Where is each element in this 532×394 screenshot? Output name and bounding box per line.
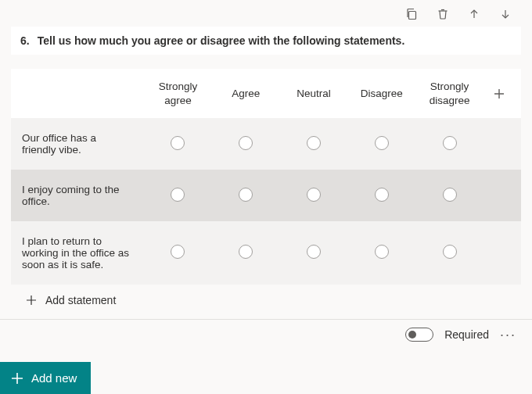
add-new-button[interactable]: Add new xyxy=(0,362,91,394)
move-up-button[interactable] xyxy=(466,6,482,22)
toggle-knob xyxy=(408,331,416,338)
copy-icon xyxy=(405,8,418,20)
col-header[interactable]: Strongly disagree xyxy=(415,80,483,107)
row-label[interactable]: I enjoy coming to the office. xyxy=(11,184,144,207)
likert-radio[interactable] xyxy=(171,188,185,202)
question-header[interactable]: 6. Tell us how much you agree or disagre… xyxy=(11,27,521,55)
question-toolbar xyxy=(0,0,532,22)
col-header[interactable]: Agree xyxy=(212,87,280,101)
likert-radio[interactable] xyxy=(375,136,389,150)
likert-radio[interactable] xyxy=(375,188,389,202)
question-text: Tell us how much you agree or disagree w… xyxy=(38,34,405,47)
add-statement-label: Add statement xyxy=(45,294,116,306)
question-number: 6. xyxy=(20,34,30,47)
likert-radio[interactable] xyxy=(239,188,253,202)
likert-radio[interactable] xyxy=(171,136,185,150)
add-new-label: Add new xyxy=(31,371,77,385)
likert-radio[interactable] xyxy=(239,245,253,259)
plus-icon xyxy=(493,88,505,100)
likert-radio[interactable] xyxy=(307,245,321,259)
row-label[interactable]: I plan to return to working in the offic… xyxy=(11,235,144,270)
col-header[interactable]: Disagree xyxy=(347,87,415,101)
add-column-button[interactable] xyxy=(483,88,515,100)
likert-radio[interactable] xyxy=(307,188,321,202)
grid-row: I plan to return to working in the offic… xyxy=(11,221,521,285)
required-label: Required xyxy=(444,328,489,341)
grid-header-row: Strongly agree Agree Neutral Disagree St… xyxy=(11,69,521,118)
grid-row: I enjoy coming to the office. xyxy=(11,170,521,221)
grid-row: Our office has a friendly vibe. xyxy=(11,118,521,170)
row-label[interactable]: Our office has a friendly vibe. xyxy=(11,132,144,156)
svg-rect-0 xyxy=(409,12,416,20)
add-statement-button[interactable]: Add statement xyxy=(11,285,521,319)
likert-radio[interactable] xyxy=(443,136,457,150)
plus-icon xyxy=(11,372,23,385)
arrow-down-icon xyxy=(499,8,512,20)
question-card: 6. Tell us how much you agree or disagre… xyxy=(0,22,532,319)
arrow-up-icon xyxy=(468,8,480,20)
col-header[interactable]: Strongly agree xyxy=(144,80,212,107)
trash-icon xyxy=(437,8,449,20)
likert-radio[interactable] xyxy=(307,136,321,150)
likert-radio[interactable] xyxy=(239,136,253,150)
likert-radio[interactable] xyxy=(171,245,185,259)
delete-button[interactable] xyxy=(435,6,451,22)
more-options-button[interactable]: ··· xyxy=(500,328,516,342)
plus-icon xyxy=(25,294,38,306)
likert-grid: Strongly agree Agree Neutral Disagree St… xyxy=(11,69,521,285)
likert-radio[interactable] xyxy=(443,245,457,259)
move-down-button[interactable] xyxy=(498,6,513,22)
question-footer: Required ··· xyxy=(0,320,532,349)
copy-button[interactable] xyxy=(404,6,419,22)
col-header[interactable]: Neutral xyxy=(280,87,348,101)
likert-radio[interactable] xyxy=(375,245,389,259)
required-toggle[interactable] xyxy=(405,328,433,342)
likert-radio[interactable] xyxy=(443,188,457,202)
